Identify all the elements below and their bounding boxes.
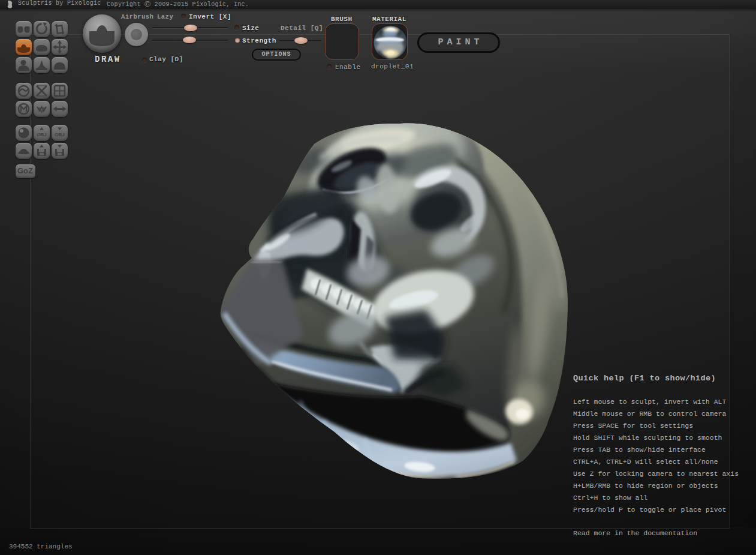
svg-text:OBJ: OBJ	[37, 132, 46, 137]
svg-text:OBJ: OBJ	[55, 132, 64, 137]
